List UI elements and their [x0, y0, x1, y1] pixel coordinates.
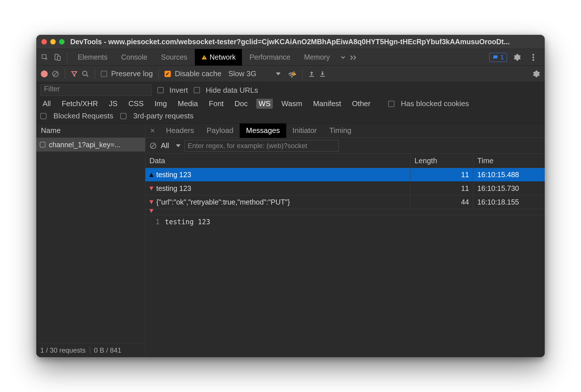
tab-messages[interactable]: Messages: [240, 124, 286, 138]
message-row[interactable]: testing 123 11 16:10:15.488: [145, 168, 545, 182]
tab-timing[interactable]: Timing: [323, 124, 358, 138]
message-row[interactable]: {"url":"ok","retryable":true,"method":"P…: [145, 195, 545, 209]
col-data[interactable]: Data: [145, 154, 410, 168]
line-number: 1: [145, 215, 163, 357]
clear-icon[interactable]: [52, 70, 59, 78]
messages-scope-select[interactable]: All: [161, 141, 181, 150]
search-icon[interactable]: [82, 70, 89, 78]
rtype-ws[interactable]: WS: [256, 99, 273, 109]
invert-label: Invert: [169, 86, 188, 95]
message-content[interactable]: testing 123: [163, 215, 545, 357]
chat-icon: [492, 54, 498, 60]
rtype-doc[interactable]: Doc: [232, 99, 250, 109]
arrow-up-icon: [149, 173, 153, 177]
tab-elements[interactable]: Elements: [71, 49, 114, 66]
device-toolbar-icon[interactable]: [52, 52, 63, 63]
network-content: Name channel_1?api_key=... 1 / 30 reques…: [36, 124, 545, 357]
tab-headers[interactable]: Headers: [160, 124, 200, 138]
rtype-font[interactable]: Font: [207, 99, 226, 109]
tab-memory[interactable]: Memory: [298, 49, 336, 66]
message-data: testing 123: [156, 184, 191, 193]
rtype-fetchxhr[interactable]: Fetch/XHR: [59, 99, 100, 109]
detail-tabs: × Headers Payload Messages Initiator Tim…: [145, 124, 545, 138]
svg-point-6: [532, 56, 534, 58]
message-length: 11: [410, 182, 473, 195]
message-length: 44: [410, 195, 473, 209]
preserve-log-checkbox[interactable]: [101, 71, 107, 77]
message-length: 11: [410, 168, 473, 181]
traffic-lights: [41, 39, 65, 45]
tab-payload[interactable]: Payload: [200, 124, 240, 138]
rtype-all[interactable]: All: [40, 99, 53, 109]
window-minimize-button[interactable]: [50, 39, 56, 45]
svg-rect-11: [294, 72, 294, 74]
download-har-icon[interactable]: [319, 70, 326, 77]
network-filter-bar: Filter Invert Hide data URLs All Fetch/X…: [36, 82, 545, 124]
tab-console[interactable]: Console: [115, 49, 154, 66]
invert-checkbox[interactable]: [157, 87, 164, 93]
svg-point-9: [83, 71, 87, 75]
requests-panel: Name channel_1?api_key=... 1 / 30 reques…: [36, 124, 145, 357]
rtype-media[interactable]: Media: [175, 99, 200, 109]
has-blocked-cookies-label: Has blocked cookies: [401, 99, 469, 108]
ws-frame-icon: [40, 142, 45, 147]
close-detail-icon[interactable]: ×: [145, 126, 160, 135]
third-party-checkbox[interactable]: [120, 113, 127, 119]
third-party-label: 3rd-party requests: [133, 112, 194, 120]
rtype-js[interactable]: JS: [107, 99, 120, 109]
requests-header-name[interactable]: Name: [36, 124, 145, 138]
divider: [302, 69, 302, 79]
window-close-button[interactable]: [41, 39, 47, 45]
filter-input[interactable]: Filter: [40, 84, 152, 96]
tab-network[interactable]: Network: [195, 49, 242, 66]
rtype-other[interactable]: Other: [350, 99, 373, 109]
arrow-down-icon: [149, 209, 153, 213]
hide-data-urls-checkbox[interactable]: [194, 87, 200, 93]
arrow-down-icon: [149, 200, 153, 204]
record-button[interactable]: [41, 70, 48, 77]
filter-toggle-icon[interactable]: [71, 70, 78, 77]
network-conditions-icon[interactable]: [287, 70, 296, 78]
has-blocked-cookies-checkbox[interactable]: [388, 101, 394, 107]
request-row[interactable]: channel_1?api_key=...: [36, 138, 145, 151]
rtype-css[interactable]: CSS: [126, 99, 146, 109]
blocked-requests-checkbox[interactable]: [40, 113, 47, 119]
warning-icon: [201, 54, 207, 60]
issues-badge[interactable]: 1: [489, 53, 507, 62]
rtype-manifest[interactable]: Manifest: [311, 99, 343, 109]
overflow-chevrons-icon[interactable]: [348, 52, 360, 63]
requests-empty-space: [36, 151, 145, 343]
message-row[interactable]: testing 123 11 16:10:15.730: [145, 182, 545, 195]
messages-regex-input[interactable]: Enter regex, for example: (web)?socket: [185, 140, 339, 151]
arrow-down-icon: [149, 187, 153, 191]
chevron-down-icon: [276, 72, 281, 75]
network-toolbar: Preserve log Disable cache Slow 3G: [36, 66, 545, 82]
chevron-down-icon: [176, 144, 181, 147]
resource-type-filters: All Fetch/XHR JS CSS Img Media Font Doc …: [40, 99, 541, 109]
request-detail-panel: × Headers Payload Messages Initiator Tim…: [145, 124, 545, 357]
more-tabs-chevron-icon[interactable]: [337, 52, 349, 63]
throttling-select[interactable]: Slow 3G: [225, 69, 280, 78]
col-length[interactable]: Length: [410, 154, 473, 168]
tab-performance[interactable]: Performance: [243, 49, 296, 66]
rtype-wasm[interactable]: Wasm: [279, 99, 304, 109]
tab-sources[interactable]: Sources: [155, 49, 194, 66]
clear-messages-icon[interactable]: [149, 142, 157, 149]
svg-rect-2: [57, 56, 60, 60]
rtype-img[interactable]: Img: [152, 99, 169, 109]
network-settings-gear-icon[interactable]: [533, 70, 540, 78]
col-time[interactable]: Time: [473, 154, 545, 168]
preserve-log-label: Preserve log: [111, 69, 153, 78]
svg-point-10: [291, 76, 292, 77]
disable-cache-checkbox[interactable]: [165, 71, 171, 77]
message-data: {"url":"ok","retryable":true,"method":"P…: [156, 198, 290, 206]
svg-rect-13: [309, 76, 314, 77]
inspect-element-icon[interactable]: [39, 52, 51, 63]
upload-har-icon[interactable]: [308, 70, 315, 77]
tab-network-label: Network: [210, 53, 236, 61]
messages-regex-placeholder: Enter regex, for example: (web)?socket: [188, 142, 307, 150]
tab-initiator[interactable]: Initiator: [286, 124, 323, 138]
settings-gear-icon[interactable]: [512, 52, 523, 63]
kebab-menu-icon[interactable]: [528, 52, 539, 63]
window-zoom-button[interactable]: [59, 39, 65, 45]
